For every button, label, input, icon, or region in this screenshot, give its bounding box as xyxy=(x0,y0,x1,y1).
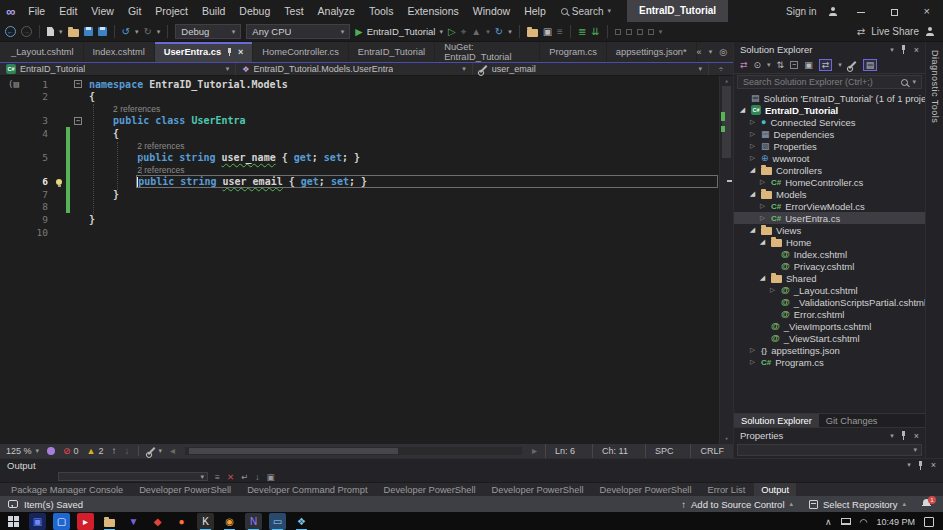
taskbar-app-firefox[interactable]: ● xyxy=(173,513,190,530)
messages-icon[interactable]: ≡ xyxy=(215,472,220,482)
menu-file[interactable]: File xyxy=(21,5,52,17)
menu-test[interactable]: Test xyxy=(277,5,310,17)
expanded-arrow-icon[interactable]: ◢ xyxy=(758,238,767,246)
tray-device-icon[interactable] xyxy=(841,518,851,525)
preview-window-icon[interactable]: ▣ xyxy=(543,27,552,37)
live-share-button[interactable]: Live Share xyxy=(871,26,919,37)
restart-dropdown-icon[interactable]: ▾ xyxy=(508,28,512,36)
menu-debug[interactable]: Debug xyxy=(232,5,277,17)
pin-icon[interactable] xyxy=(901,431,907,440)
expanded-arrow-icon[interactable]: ◢ xyxy=(758,274,767,282)
close-icon[interactable]: × xyxy=(238,47,243,57)
collapse-all-icon[interactable]: − xyxy=(790,61,798,69)
save-all-icon[interactable] xyxy=(98,27,107,36)
collapsed-arrow-icon[interactable]: ▷ xyxy=(758,202,767,210)
panel-tab-output[interactable]: Output xyxy=(754,483,796,496)
tree-item-viewimports-cshtml[interactable]: @_ViewImports.cshtml xyxy=(734,320,925,332)
code-line-5[interactable]: 5 public string user_name { get; set; } xyxy=(0,151,719,164)
toggle-bookmark-icon[interactable] xyxy=(615,29,621,35)
output-header[interactable]: Output ▾ × xyxy=(0,459,943,471)
doc-tab-index-cshtml[interactable]: Index.cshtml xyxy=(84,42,155,62)
tree-item-validationscriptspartial-cshtml[interactable]: @_ValidationScriptsPartial.cshtml xyxy=(734,296,925,308)
open-file-icon[interactable] xyxy=(68,29,79,37)
menu-window[interactable]: Window xyxy=(466,5,517,17)
navigate-back-icon[interactable]: ← xyxy=(5,26,16,37)
scroll-up-icon[interactable]: ▴ xyxy=(720,77,733,85)
fold-toggle-icon[interactable]: − xyxy=(70,80,86,88)
tree-item-privacy-cshtml[interactable]: @Privacy.cshtml xyxy=(734,260,925,272)
line-ending-indicator[interactable]: CRLF xyxy=(690,444,733,458)
breadcrumb-member-dropdown[interactable]: user_email ▾ xyxy=(473,63,709,75)
previous-bookmark-icon[interactable] xyxy=(626,29,632,35)
menu-view[interactable]: View xyxy=(84,5,121,17)
sync-with-active-document-icon[interactable]: ⇄ xyxy=(819,59,833,71)
tree-item-viewstart-cshtml[interactable]: @_ViewStart.cshtml xyxy=(734,332,925,344)
taskbar-app-2[interactable]: ▢ xyxy=(53,513,70,530)
line-menu-icon[interactable]: ≡ xyxy=(557,27,563,37)
pending-changes-filter-icon[interactable]: ⊙ xyxy=(754,60,762,70)
chevron-down-icon[interactable]: ▾ xyxy=(838,61,842,69)
redo-dropdown-icon[interactable]: ▾ xyxy=(157,28,161,36)
start-button[interactable] xyxy=(5,513,22,530)
clear-bookmarks-icon[interactable] xyxy=(648,29,654,35)
expanded-arrow-icon[interactable]: ◢ xyxy=(748,226,757,234)
notifications-button[interactable]: 1 xyxy=(922,499,931,510)
hscroll-left-icon[interactable]: ◂ xyxy=(170,446,175,456)
hscroll-right-icon[interactable]: ▸ xyxy=(532,446,537,456)
tree-item-solution-entraid-tutorial-1-of-1-project[interactable]: ▤Solution 'EntraID_Tutorial' (1 of 1 pro… xyxy=(734,92,925,104)
tree-item-home[interactable]: ◢Home xyxy=(734,236,925,248)
pin-icon[interactable] xyxy=(901,45,907,54)
code-line-8[interactable]: 8 xyxy=(0,201,719,214)
notification-center-icon[interactable] xyxy=(924,517,934,527)
code-editor[interactable]: (▤ 1−namespace EntraID_Tutorial.Models2{… xyxy=(0,76,733,444)
tree-item-models[interactable]: ◢Models xyxy=(734,188,925,200)
tree-item-program-cs[interactable]: ▷C#Program.cs xyxy=(734,356,925,368)
attach-to-process-icon[interactable]: ⌖ xyxy=(461,27,467,37)
close-icon[interactable]: × xyxy=(931,460,936,470)
taskbar-app-youtube[interactable]: ▸ xyxy=(77,513,94,530)
code-line-10[interactable]: 10 xyxy=(0,226,719,239)
add-item-icon[interactable] xyxy=(527,29,538,37)
taskbar-app-8[interactable]: ❖ xyxy=(293,513,310,530)
menu-analyze[interactable]: Analyze xyxy=(311,5,362,17)
scrollbar-thumb[interactable] xyxy=(722,86,731,158)
menu-build[interactable]: Build xyxy=(195,5,232,17)
collapsed-arrow-icon[interactable]: ▷ xyxy=(748,346,757,354)
doc-tab-layout-cshtml[interactable]: _Layout.cshtml xyxy=(2,42,84,62)
close-icon[interactable]: × xyxy=(914,45,919,55)
taskbar-app-3[interactable]: ▼ xyxy=(125,513,142,530)
code-line-3[interactable]: 3− public class UserEntra xyxy=(0,115,719,128)
code-line-1[interactable]: 1−namespace EntraID_Tutorial.Models xyxy=(0,78,719,91)
expanded-arrow-icon[interactable]: ◢ xyxy=(748,166,757,174)
scrollbar-thumb[interactable] xyxy=(189,448,398,454)
tab-scroll-left-icon[interactable]: « xyxy=(697,47,702,57)
next-issue-icon[interactable]: ↓ xyxy=(125,446,130,456)
code-line-9[interactable]: 9} xyxy=(0,213,719,226)
new-file-dropdown-icon[interactable]: ▾ xyxy=(59,28,63,36)
close-icon[interactable]: × xyxy=(914,431,919,441)
navigate-forward-icon[interactable]: → xyxy=(21,26,32,37)
search-box[interactable]: Search ▾ xyxy=(561,6,611,17)
toolbar-options-icon[interactable]: ▾ xyxy=(659,28,663,36)
panel-tab-developer-powershell[interactable]: Developer PowerShell xyxy=(132,483,238,496)
chevron-down-icon[interactable]: ▾ xyxy=(890,46,894,54)
vertical-scrollbar[interactable]: ▴ ▾ xyxy=(719,76,733,444)
zoom-dropdown[interactable]: 125 % ▾ xyxy=(6,446,39,456)
panel-tab-developer-powershell[interactable]: Developer PowerShell xyxy=(593,483,699,496)
taskbar-app-notion[interactable]: N xyxy=(245,513,262,530)
taskbar-app-1[interactable]: ▣ xyxy=(29,513,46,530)
tree-item-properties[interactable]: ▷▧Properties xyxy=(734,140,925,152)
platform-dropdown[interactable]: Any CPU ▾ xyxy=(246,24,350,39)
previous-issue-icon[interactable]: ↑ xyxy=(112,446,117,456)
start-without-debugging-icon[interactable]: ▷ xyxy=(448,27,456,37)
doc-tab-homecontroller-cs[interactable]: HomeController.cs xyxy=(253,42,348,62)
tree-item-errorviewmodel-cs[interactable]: ▷C#ErrorViewModel.cs xyxy=(734,200,925,212)
tree-item-userentra-cs[interactable]: ▷C#UserEntra.cs xyxy=(734,212,925,224)
wrench-icon[interactable] xyxy=(848,61,856,69)
preview-code-icon[interactable]: ▤ xyxy=(863,59,878,71)
taskbar-app-7[interactable]: ▭ xyxy=(269,513,286,530)
taskbar-app-explorer[interactable] xyxy=(101,513,118,530)
doc-tab-nuget-entraid-tutorial[interactable]: NuGet: EntraID_Tutorial xyxy=(435,42,540,62)
configuration-dropdown[interactable]: Debug ▾ xyxy=(175,24,241,39)
chevron-down-icon[interactable]: ▾ xyxy=(767,61,771,69)
